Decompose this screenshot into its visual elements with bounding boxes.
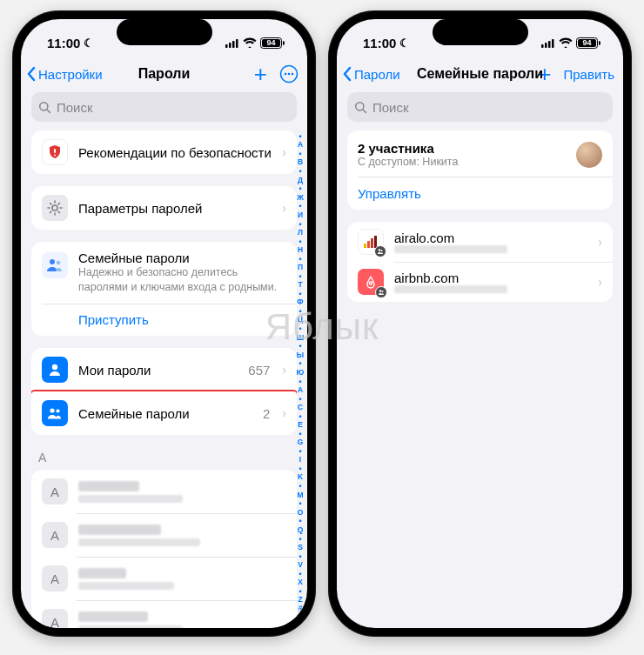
family-promo-card: Семейные пароли Надежно и безопасно дели…	[31, 242, 297, 336]
svg-rect-19	[545, 43, 547, 48]
chevron-right-icon: ›	[282, 406, 286, 420]
two-phone-layout: 11:00 ☾ 94	[0, 0, 644, 647]
site-initial-icon: A	[42, 478, 68, 505]
participants-title: 2 участника	[358, 141, 458, 156]
svg-point-30	[379, 290, 382, 292]
svg-point-17	[56, 410, 59, 413]
manage-button[interactable]: Управлять	[347, 177, 613, 210]
password-entry-2[interactable]: A	[31, 513, 297, 557]
svg-line-23	[363, 110, 366, 113]
password-options-label: Параметры паролей	[78, 201, 272, 216]
person-icon	[42, 357, 68, 383]
svg-point-7	[292, 73, 294, 76]
svg-rect-25	[367, 241, 370, 248]
dynamic-island	[433, 19, 528, 45]
chevron-left-icon	[342, 66, 352, 82]
wifi-icon	[559, 37, 573, 48]
back-button[interactable]: Настройки	[26, 66, 103, 82]
svg-rect-10	[54, 149, 56, 153]
do-not-disturb-icon: ☾	[399, 37, 410, 50]
section-index[interactable]: •А•В•Д•Ж•И•Л•Н•П•Т•Ф•Ц•Ш•Ы•Ю•A•C•E•G•I•K…	[295, 132, 305, 611]
svg-point-15	[52, 364, 57, 370]
chevron-left-icon	[26, 66, 37, 82]
family-passwords-count: 2	[263, 406, 270, 421]
add-button[interactable]: +	[538, 66, 551, 82]
svg-point-29	[381, 250, 383, 251]
security-card: Рекомендации по безопасности ›	[31, 130, 297, 174]
family-card-action[interactable]: Приступить	[31, 304, 297, 336]
family-card-title: Семейные пароли	[78, 251, 286, 265]
chevron-right-icon: ›	[282, 363, 286, 377]
security-icon	[42, 139, 68, 165]
password-entry-4[interactable]: A	[31, 600, 297, 628]
my-passwords-row[interactable]: Мои пароли 657 ›	[31, 348, 297, 391]
search-field[interactable]: Поиск	[31, 92, 297, 122]
family-passwords-row[interactable]: Семейные пароли 2 ›	[31, 391, 297, 435]
search-icon	[38, 101, 51, 114]
svg-point-13	[50, 259, 55, 264]
svg-point-31	[382, 291, 384, 292]
svg-point-28	[379, 249, 381, 251]
add-button[interactable]: +	[254, 66, 267, 82]
shared-badge-icon	[374, 245, 386, 257]
svg-rect-1	[229, 43, 231, 48]
svg-rect-11	[54, 155, 56, 157]
chevron-right-icon: ›	[282, 145, 286, 159]
people-icon	[42, 400, 68, 426]
search-placeholder: Поиск	[372, 100, 409, 115]
svg-rect-3	[236, 39, 238, 48]
svg-rect-21	[552, 39, 554, 48]
security-recommendations-row[interactable]: Рекомендации по безопасности ›	[31, 130, 297, 174]
screen-right: 11:00 ☾ 94	[337, 19, 623, 628]
chevron-right-icon: ›	[282, 201, 286, 215]
family-passwords-highlight: Семейные пароли 2 ›	[31, 390, 297, 435]
svg-rect-0	[225, 44, 228, 48]
shared-item-airbnb[interactable]: airbnb.com ›	[347, 262, 613, 302]
shared-badge-icon	[375, 286, 387, 298]
content-right: 2 участника С доступом: Никита Управлять	[337, 130, 623, 324]
passwords-a-card: A A A A A	[31, 470, 297, 628]
password-options-row[interactable]: Параметры паролей ›	[31, 186, 297, 230]
svg-rect-18	[541, 44, 544, 48]
site-label: airbnb.com	[394, 271, 587, 285]
site-label: airalo.com	[394, 231, 587, 245]
group-icon	[42, 252, 68, 278]
svg-point-14	[57, 261, 61, 265]
svg-line-9	[47, 110, 50, 113]
my-passwords-label: Мои пароли	[78, 363, 238, 378]
edit-button[interactable]: Править	[564, 67, 615, 82]
more-button[interactable]	[279, 64, 299, 84]
svg-rect-24	[364, 244, 366, 248]
site-initial-icon: A	[42, 565, 68, 592]
nav-bar: Настройки Пароли +	[21, 57, 307, 92]
back-button[interactable]: Пароли	[342, 66, 400, 82]
section-header-a: A	[31, 447, 297, 470]
options-card: Параметры паролей ›	[31, 186, 297, 230]
svg-rect-2	[232, 41, 235, 48]
search-placeholder: Поиск	[57, 100, 93, 115]
participants-card: 2 участника С доступом: Никита Управлять	[347, 130, 613, 210]
airbnb-icon	[358, 269, 384, 295]
groups-card: Мои пароли 657 › Семейные пароли 2 ›	[31, 348, 297, 435]
gear-icon	[42, 195, 68, 221]
search-icon	[354, 101, 367, 114]
svg-point-6	[288, 73, 291, 76]
cellular-icon	[541, 38, 555, 48]
status-time: 11:00	[47, 36, 80, 50]
shared-items-card: airalo.com › airbnb.com	[347, 222, 613, 302]
shared-item-airalo[interactable]: airalo.com ›	[347, 222, 613, 262]
svg-rect-20	[548, 41, 551, 48]
do-not-disturb-icon: ☾	[84, 37, 94, 50]
phone-frame-left: 11:00 ☾ 94	[12, 10, 316, 637]
family-card-subtitle: Надежно и безопасно делитесь паролями и …	[78, 265, 286, 295]
password-entry-3[interactable]: A	[31, 557, 297, 600]
airalo-icon	[358, 229, 384, 255]
battery-icon: 94	[576, 37, 600, 49]
svg-point-12	[52, 205, 57, 211]
nav-bar: Пароли Семейные пароли + Править	[337, 57, 623, 92]
search-field[interactable]: Поиск	[347, 92, 613, 122]
screen-left: 11:00 ☾ 94	[21, 19, 307, 628]
password-entry-1[interactable]: A	[31, 470, 297, 513]
avatar	[576, 142, 602, 168]
chevron-right-icon: ›	[598, 235, 602, 249]
